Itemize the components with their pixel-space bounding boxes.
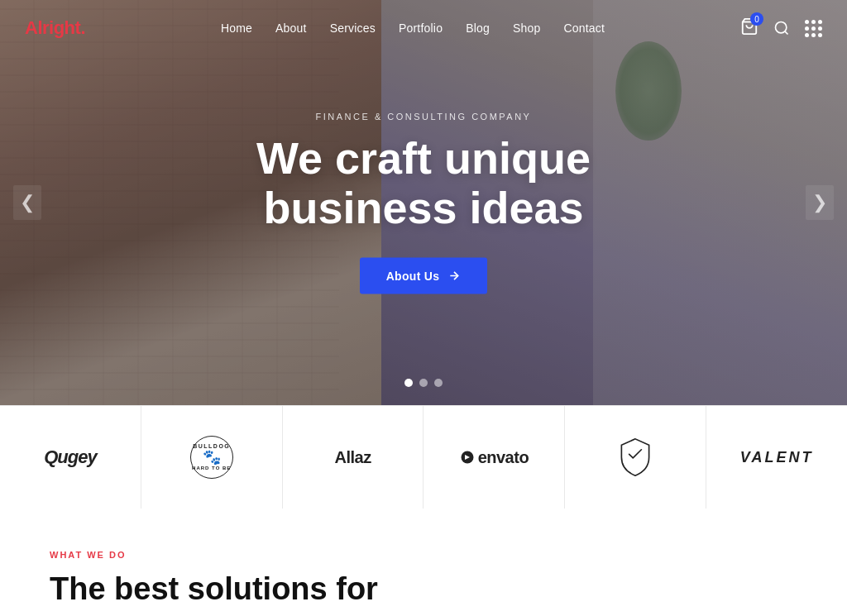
what-we-do-section: What We Do The best solutions for xyxy=(0,509,847,616)
partner-shield xyxy=(565,406,706,509)
valent-logo: VALENT xyxy=(740,450,814,465)
nav-portfolio[interactable]: Portfolio xyxy=(399,21,443,35)
nav-links: Home About Services Portfolio Blog Shop … xyxy=(221,21,605,36)
logo-text: Alright xyxy=(25,17,80,38)
hero-cta-label: About Us xyxy=(386,269,440,282)
nav-about[interactable]: About xyxy=(275,21,307,35)
arrow-right-icon xyxy=(447,269,461,282)
grid-menu-button[interactable] xyxy=(805,20,822,37)
partner-envato: envato xyxy=(424,406,565,509)
partner-qugey: Qugey xyxy=(0,406,141,509)
grid-icon xyxy=(805,20,822,37)
partner-valent: VALENT xyxy=(706,406,847,509)
hero-content: Finance & Consulting Company We craft un… xyxy=(175,112,672,294)
hero-prev-button[interactable]: ❮ xyxy=(13,185,41,220)
hero-title: We craft unique business ideas xyxy=(175,133,672,233)
shield-logo xyxy=(617,437,653,477)
hero-subtitle: Finance & Consulting Company xyxy=(175,112,672,122)
hero-section: ❮ Finance & Consulting Company We craft … xyxy=(0,0,847,405)
nav-icons: 0 xyxy=(740,17,822,39)
cart-button[interactable]: 0 xyxy=(740,17,758,39)
hero-dot-1[interactable] xyxy=(404,379,413,387)
qugey-logo: Qugey xyxy=(44,448,96,466)
cart-count: 0 xyxy=(750,12,763,26)
partner-bulldog: BULLDOG 🐾 HARD TO BE xyxy=(141,406,283,509)
hero-cta-button[interactable]: About Us xyxy=(360,257,488,294)
partners-section: Qugey BULLDOG 🐾 HARD TO BE Allaz envato xyxy=(0,405,847,509)
search-button[interactable] xyxy=(773,20,790,36)
bulldog-logo: BULLDOG 🐾 HARD TO BE xyxy=(190,436,233,479)
nav-blog[interactable]: Blog xyxy=(466,21,490,35)
site-logo[interactable]: Alright. xyxy=(25,17,85,39)
svg-line-2 xyxy=(785,31,788,35)
nav-home[interactable]: Home xyxy=(221,21,252,35)
section-tag: What We Do xyxy=(50,550,797,560)
section-title: The best solutions for xyxy=(50,571,797,608)
logo-dot: . xyxy=(80,17,85,38)
partner-allaz: Allaz xyxy=(283,406,424,509)
envato-logo: envato xyxy=(460,448,529,467)
hero-next-button[interactable]: ❯ xyxy=(806,185,834,220)
envato-icon xyxy=(460,450,475,465)
hero-dots xyxy=(404,379,443,387)
svg-point-1 xyxy=(776,22,787,33)
nav-shop[interactable]: Shop xyxy=(513,21,541,35)
allaz-logo: Allaz xyxy=(334,449,371,466)
hero-dot-3[interactable] xyxy=(434,379,443,387)
nav-services[interactable]: Services xyxy=(330,21,376,35)
navbar: Alright. Home About Services Portfolio B… xyxy=(0,0,847,56)
hero-dot-2[interactable] xyxy=(419,379,428,387)
nav-contact[interactable]: Contact xyxy=(563,21,605,35)
